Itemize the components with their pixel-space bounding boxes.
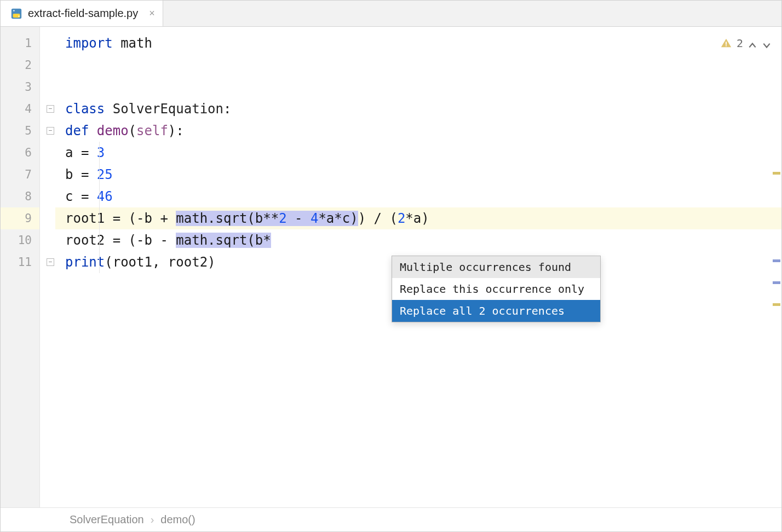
error-stripe-marker[interactable] [773,281,780,284]
ident: root1 = (-b + [65,211,176,226]
popup-option-replace-this[interactable]: Replace this occurrence only [392,278,600,300]
line-number[interactable]: 4 [1,98,39,120]
ident: ) / ( [358,211,398,226]
line-number[interactable]: 1 [1,32,39,54]
code-line[interactable]: a = 3 [55,142,781,164]
fold-handle-icon[interactable]: − [47,258,54,266]
line-number[interactable]: 10 [1,229,39,251]
number: 3 [97,145,105,160]
tab-bar: extract-field-sample.py × [1,1,781,27]
svg-point-2 [13,10,14,11]
chevron-down-icon[interactable] [762,38,772,48]
svg-rect-5 [726,45,727,47]
fold-strip [40,27,55,507]
popup-header: Multiple occurrences found [392,256,600,278]
punct: ( [129,123,136,138]
code-line[interactable]: −class SolverEquation: [55,98,781,120]
gutter: 1 2 3 4 5 6 7 8 9 10 11 [1,27,40,507]
ident: root2 = (-b - [65,233,176,248]
popup-option-replace-all[interactable]: Replace all 2 occurrences [392,300,600,322]
punct: ): [168,123,184,138]
editor: 1 2 3 4 5 6 7 8 9 10 11 2 import math −c… [1,27,781,507]
line-number[interactable]: 3 [1,76,39,98]
code-line[interactable]: root2 = (-b - math.sqrt(b* [55,229,781,251]
ident: math [113,36,152,51]
code-line[interactable]: b = 25 [55,164,781,186]
line-number[interactable]: 11 [1,251,39,273]
chevron-up-icon[interactable] [748,38,757,48]
python-file-icon [10,8,22,20]
function-name: demo [89,123,128,138]
tab-filename: extract-field-sample.py [28,7,138,20]
code-line[interactable]: import math [55,32,781,54]
fold-handle-icon[interactable]: − [47,105,54,113]
selection: math.sqrt(b* [176,233,271,248]
error-stripe-marker[interactable] [773,303,780,306]
line-number[interactable]: 5 [1,120,39,142]
warning-icon [720,37,732,49]
line-number[interactable]: 9 [1,207,39,229]
line-number[interactable]: 6 [1,142,39,164]
self: self [136,123,168,138]
code-line[interactable] [55,76,781,98]
svg-rect-4 [726,42,727,45]
breadcrumb-bar: SolverEquation › demo() [1,507,781,531]
keyword: import [65,36,113,51]
selection: math.sqrt(b**2 - 4*a*c) [176,211,358,226]
line-number[interactable]: 7 [1,164,39,186]
code-line[interactable]: c = 46 [55,186,781,207]
file-tab[interactable]: extract-field-sample.py × [1,1,163,26]
chevron-right-icon: › [151,513,154,526]
ident: a = [65,145,97,160]
class-name: SolverEquation [105,101,223,117]
inspection-count: 2 [737,37,743,50]
keyword: class [65,101,105,117]
breadcrumb-function[interactable]: demo() [160,513,195,526]
fold-handle-icon[interactable]: − [47,127,54,135]
inspections-widget[interactable]: 2 [720,37,772,50]
number: 2 [398,211,405,226]
code-line[interactable]: root1 = (-b + math.sqrt(b**2 - 4*a*c)) /… [55,207,781,229]
ident: (root1, root2) [105,255,215,270]
breadcrumb-class[interactable]: SolverEquation [70,513,144,526]
svg-point-3 [18,15,19,16]
occurrences-popup: Multiple occurrences found Replace this … [392,256,601,322]
code-line[interactable] [55,54,781,76]
punct: : [223,101,231,117]
line-number[interactable]: 8 [1,186,39,207]
ident: b = [65,167,97,182]
close-tab-icon[interactable]: × [149,8,155,19]
code-line[interactable]: − def demo(self): [55,120,781,142]
code-area[interactable]: 2 import math −class SolverEquation: − d… [55,27,781,507]
keyword: def [65,123,89,138]
ident: c = [65,189,97,204]
line-number[interactable]: 2 [1,54,39,76]
ident: *a) [405,211,429,226]
